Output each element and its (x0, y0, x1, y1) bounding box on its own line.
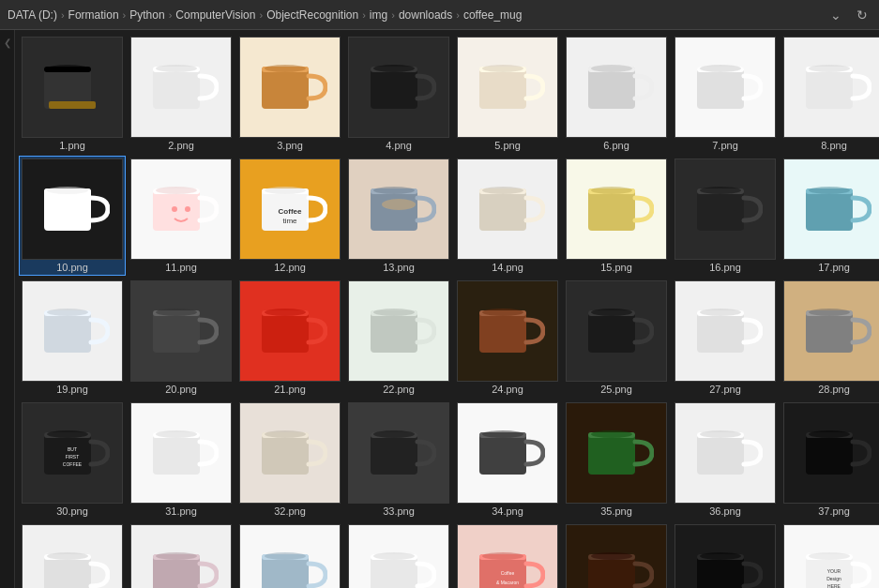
thumbnail-item-34[interactable]: 34.png (454, 400, 561, 520)
svg-point-127 (700, 552, 741, 560)
expand-button[interactable]: ⌄ (826, 6, 845, 24)
breadcrumb-downloads[interactable]: downloads (399, 8, 452, 22)
thumbnail-item-17[interactable]: 17.png (780, 156, 879, 276)
thumbnail-item-45[interactable]: 45.png (672, 521, 779, 588)
svg-point-30 (156, 187, 197, 194)
breadcrumb-formation[interactable]: Formation (68, 8, 119, 22)
svg-rect-93 (479, 432, 526, 475)
thumbnail-item-15[interactable]: 15.png (563, 156, 670, 276)
breadcrumb-data-d[interactable]: DATA (D:) (8, 8, 57, 22)
thumbnail-image-27 (674, 280, 776, 382)
thumbnail-item-14[interactable]: 14.png (454, 156, 561, 276)
thumbnail-item-5[interactable]: 5.png (454, 34, 561, 154)
thumbnail-image-36 (674, 402, 776, 504)
svg-point-53 (809, 187, 850, 194)
svg-text:COFFEE: COFFEE (63, 461, 83, 467)
breadcrumb-python[interactable]: Python (129, 8, 164, 22)
thumbnail-item-41[interactable]: 41.png (236, 521, 343, 588)
thumbnail-item-2[interactable]: 2.png (128, 34, 235, 154)
svg-point-65 (373, 309, 415, 316)
thumbnail-item-7[interactable]: 7.png (672, 34, 779, 154)
thumbnail-item-30[interactable]: BUTFIRSTCOFFEE 30.png (19, 400, 126, 520)
thumbnail-item-43[interactable]: Coffee& Macaron 43.png (454, 521, 561, 588)
breadcrumb-img[interactable]: img (370, 8, 387, 22)
svg-text:YOUR: YOUR (827, 568, 841, 574)
thumbnail-label-27: 27.png (709, 384, 741, 395)
breadcrumb-computervision[interactable]: ComputerVision (175, 8, 255, 22)
breadcrumb-sep-5: › (362, 9, 366, 21)
thumbnail-item-4[interactable]: 4.png (345, 34, 452, 154)
thumbnail-item-6[interactable]: 6.png (563, 34, 670, 154)
svg-rect-25 (44, 188, 91, 231)
thumbnail-item-19[interactable]: 19.png (19, 278, 126, 398)
thumbnail-image-7 (674, 37, 776, 138)
thumbnail-image-1 (22, 37, 123, 138)
thumbnail-item-25[interactable]: 25.png (563, 278, 670, 398)
thumbnail-image-3 (239, 37, 341, 138)
thumbnail-label-7: 7.png (712, 140, 738, 151)
thumbnail-item-37[interactable]: 37.png (780, 400, 879, 520)
thumbnail-item-42[interactable]: 42.png (345, 521, 452, 588)
thumbnail-item-28[interactable]: 28.png (780, 278, 879, 398)
thumbnail-image-28 (783, 280, 879, 382)
svg-rect-84 (153, 432, 200, 475)
thumbnail-item-24[interactable]: 24.png (454, 278, 561, 398)
thumbnail-image-5 (457, 37, 558, 138)
thumbnail-item-22[interactable]: 22.png (345, 278, 452, 398)
svg-rect-13 (479, 67, 526, 109)
thumbnail-image-34 (457, 402, 558, 504)
thumbnail-item-8[interactable]: 8.png (780, 34, 879, 154)
thumbnail-item-16[interactable]: 16.png (672, 156, 779, 276)
svg-point-95 (482, 430, 523, 438)
breadcrumb-sep-3: › (169, 9, 173, 21)
thumbnail-item-20[interactable]: 20.png (128, 278, 235, 398)
sidebar-chevron-icon[interactable]: ❮ (4, 38, 11, 48)
svg-point-35 (265, 187, 306, 194)
breadcrumb-sep-4: › (259, 9, 263, 21)
svg-point-15 (482, 65, 523, 72)
thumbnail-item-31[interactable]: 31.png (128, 400, 235, 520)
thumbnail-label-4: 4.png (386, 140, 412, 151)
breadcrumb-sep-2: › (123, 9, 127, 21)
thumbnail-item-12[interactable]: Coffeetime 12.png (236, 156, 343, 276)
svg-point-98 (591, 430, 632, 438)
svg-point-50 (700, 187, 741, 194)
thumbnail-label-20: 20.png (165, 384, 197, 395)
svg-point-24 (809, 65, 850, 72)
thumbnail-item-40[interactable]: 40.png (128, 521, 235, 588)
breadcrumb-sep-1: › (61, 9, 65, 21)
thumbnail-image-21 (239, 280, 341, 382)
svg-point-71 (591, 309, 632, 316)
svg-point-74 (700, 309, 741, 316)
thumbnail-item-21[interactable]: 21.png (236, 278, 343, 398)
svg-rect-54 (44, 310, 91, 353)
breadcrumb-objectrecognition[interactable]: ObjectRecognition (266, 8, 358, 22)
thumbnail-item-3[interactable]: 3.png (236, 34, 343, 154)
svg-point-89 (265, 430, 306, 438)
breadcrumb-sep-7: › (456, 9, 460, 21)
thumbnail-item-39[interactable]: 39.png (19, 521, 126, 588)
file-grid-container[interactable]: 1.png 2.png 3.png 4.png (15, 30, 879, 588)
thumbnail-item-35[interactable]: 35.png (563, 400, 670, 520)
breadcrumb-coffee-mug[interactable]: coffee_mug (463, 8, 523, 22)
thumbnail-item-13[interactable]: 13.png (345, 156, 452, 276)
refresh-button[interactable]: ↻ (853, 6, 871, 24)
thumbnail-label-30: 30.png (56, 505, 88, 517)
thumbnail-item-33[interactable]: 33.png (345, 400, 452, 520)
thumbnail-item-36[interactable]: 36.png (672, 400, 779, 520)
thumbnail-image-41 (239, 524, 341, 588)
thumbnail-item-46[interactable]: YOURDesignHERE 46.png (780, 521, 879, 588)
thumbnail-item-44[interactable]: 44.png (563, 521, 670, 588)
thumbnail-item-10[interactable]: 10.png (19, 156, 126, 276)
thumbnail-image-31 (130, 402, 232, 504)
svg-point-113 (265, 552, 306, 560)
thumbnail-item-32[interactable]: 32.png (236, 400, 343, 520)
svg-text:Design: Design (826, 576, 841, 581)
svg-point-101 (700, 430, 741, 438)
thumbnail-item-1[interactable]: 1.png (19, 34, 126, 154)
thumbnail-item-27[interactable]: 27.png (672, 278, 779, 398)
svg-rect-90 (371, 432, 417, 475)
thumbnail-item-11[interactable]: 11.png (128, 156, 235, 276)
thumbnail-label-35: 35.png (600, 505, 632, 517)
thumbnail-label-19: 19.png (56, 384, 88, 395)
